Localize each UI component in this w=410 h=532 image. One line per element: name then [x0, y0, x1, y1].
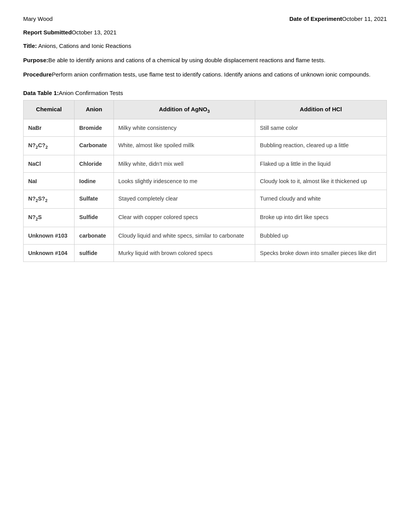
cell-hcl: Bubbled up [255, 227, 387, 244]
cell-anion: carbonate [75, 227, 114, 244]
date-of-experiment: Date of ExperimentOctober 11, 2021 [289, 15, 387, 22]
cell-agno3: Clear with copper colored specs [114, 208, 255, 227]
date-label: Date of Experiment [289, 15, 342, 22]
cell-anion: Carbonate [75, 137, 114, 155]
cell-agno3: Looks slightly iridescence to me [114, 172, 255, 190]
cell-agno3: Murky liquid with brown colored specs [114, 244, 255, 262]
cell-anion: Bromide [75, 119, 114, 137]
table-row: NaIIodineLooks slightly iridescence to m… [24, 172, 387, 190]
table-row: N?2C?2CarbonateWhite, almost like spoile… [24, 137, 387, 155]
cell-chemical: NaBr [24, 119, 75, 137]
cell-hcl: Broke up into dirt like specs [255, 208, 387, 227]
cell-anion: Sulfate [75, 190, 114, 208]
title-line: Title: Anions, Cations and Ionic Reactio… [23, 42, 387, 49]
cell-chemical: Unknown #104 [24, 244, 75, 262]
table-row: N?2S?2SulfateStayed completely clearTurn… [24, 190, 387, 208]
col-hcl: Addition of HCl [255, 100, 387, 119]
cell-agno3: Cloudy liquid and white specs, similar t… [114, 227, 255, 244]
procedure-line: ProcedurePerform anion confirmation test… [23, 70, 387, 79]
col-anion: Anion [75, 100, 114, 119]
table-row: NaBrBromideMilky white consistencyStill … [24, 119, 387, 137]
data-table-title-bold: Data Table 1: [23, 90, 59, 96]
purpose-label: Purpose: [23, 57, 48, 63]
cell-hcl: Still same color [255, 119, 387, 137]
date-value: October 11, 2021 [342, 15, 387, 22]
data-table-title-rest: Anion Confirmation Tests [59, 90, 123, 96]
anion-confirmation-table: Chemical Anion Addition of AgNO3 Additio… [23, 100, 387, 262]
purpose-value: Be able to identify anions and cations o… [48, 57, 325, 63]
cell-agno3: Milky white, didn't mix well [114, 155, 255, 172]
cell-hcl: Flaked up a little in the liquid [255, 155, 387, 172]
header-row: Mary Wood Date of ExperimentOctober 11, … [23, 15, 387, 22]
cell-anion: sulfide [75, 244, 114, 262]
table-row: Unknown #104sulfideMurky liquid with bro… [24, 244, 387, 262]
cell-agno3: Milky white consistency [114, 119, 255, 137]
cell-hcl: Cloudy look to it, almost like it thicke… [255, 172, 387, 190]
table-row: Unknown #103carbonateCloudy liquid and w… [24, 227, 387, 244]
col-agno3: Addition of AgNO3 [114, 100, 255, 119]
report-submitted-label: Report Submitted [23, 29, 72, 36]
cell-chemical: N?2S [24, 208, 75, 227]
procedure-value: Perform anion confirmation tests, use fl… [52, 71, 370, 78]
cell-chemical: NaI [24, 172, 75, 190]
cell-agno3: White, almost like spoiled millk [114, 137, 255, 155]
data-table-title: Data Table 1:Anion Confirmation Tests [23, 90, 387, 96]
cell-chemical: Unknown #103 [24, 227, 75, 244]
purpose-line: Purpose:Be able to identify anions and c… [23, 56, 387, 65]
table-row: NaClChlorideMilky white, didn't mix well… [24, 155, 387, 172]
col-chemical: Chemical [24, 100, 75, 119]
cell-hcl: Specks broke down into smaller pieces li… [255, 244, 387, 262]
cell-chemical: N?2S?2 [24, 190, 75, 208]
cell-anion: Chloride [75, 155, 114, 172]
report-submitted-date: October 13, 2021 [72, 29, 117, 36]
table-row: N?2SSulfideClear with copper colored spe… [24, 208, 387, 227]
procedure-label: Procedure [23, 71, 52, 78]
table-header-row: Chemical Anion Addition of AgNO3 Additio… [24, 100, 387, 119]
cell-hcl: Turned cloudy and white [255, 190, 387, 208]
report-submitted-line: Report SubmittedOctober 13, 2021 [23, 29, 387, 36]
cell-anion: Sulfide [75, 208, 114, 227]
cell-agno3: Stayed completely clear [114, 190, 255, 208]
cell-chemical: N?2C?2 [24, 137, 75, 155]
author-name: Mary Wood [23, 15, 53, 22]
cell-chemical: NaCl [24, 155, 75, 172]
cell-hcl: Bubbling reaction, cleared up a little [255, 137, 387, 155]
title-value: Anions, Cations and Ionic Reactions [38, 42, 131, 49]
title-label: Title: [23, 42, 37, 49]
cell-anion: Iodine [75, 172, 114, 190]
